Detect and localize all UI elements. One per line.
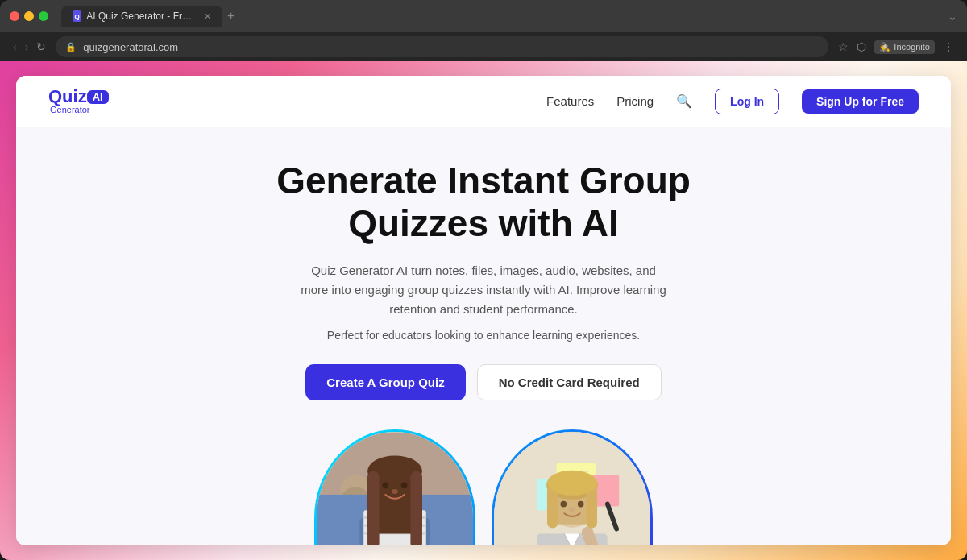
- pricing-link[interactable]: Pricing: [616, 94, 654, 108]
- student-illustration: [317, 432, 473, 545]
- website-frame: Quiz AI Generator Features Pricing 🔍 Log…: [16, 76, 951, 545]
- active-tab[interactable]: Q AI Quiz Generator - Free AI Q... ✕: [61, 6, 222, 27]
- minimize-button[interactable]: [24, 11, 34, 21]
- bookmark-icon[interactable]: ☆: [838, 40, 849, 53]
- extensions-icon[interactable]: ⬡: [857, 40, 866, 53]
- address-bar: ‹ › ↻ 🔒 quizgeneratoral.com ☆ ⬡ 🕵 Incogn…: [0, 32, 967, 61]
- forward-button[interactable]: ›: [25, 40, 29, 53]
- tab-title: AI Quiz Generator - Free AI Q...: [86, 10, 196, 22]
- search-icon[interactable]: 🔍: [676, 93, 692, 109]
- title-bar: Q AI Quiz Generator - Free AI Q... ✕ + ⌄: [0, 0, 967, 32]
- login-button[interactable]: Log In: [715, 89, 779, 114]
- svg-point-35: [547, 471, 597, 496]
- logo-ai-badge: AI: [87, 90, 109, 104]
- hero-title: Generate Instant Group Quizzes with AI: [276, 160, 691, 245]
- tab-bar: Q AI Quiz Generator - Free AI Q... ✕ +: [61, 6, 941, 27]
- logo-generator-text: Generator: [50, 106, 109, 114]
- expand-icon[interactable]: ⌄: [948, 10, 957, 23]
- traffic-lights: [10, 11, 48, 21]
- tab-favicon: Q: [73, 10, 81, 22]
- svg-point-36: [560, 500, 567, 507]
- tab-close-icon[interactable]: ✕: [204, 11, 211, 22]
- hero-images: [32, 429, 935, 545]
- menu-icon[interactable]: ⋮: [943, 40, 954, 53]
- svg-rect-15: [410, 471, 422, 545]
- navigation-buttons: ‹ › ↻: [13, 40, 46, 53]
- create-quiz-button[interactable]: Create A Group Quiz: [305, 364, 465, 400]
- hero-tagline: Perfect for educators looking to enhance…: [327, 329, 640, 342]
- reload-button[interactable]: ↻: [36, 40, 46, 53]
- signup-button[interactable]: Sign Up for Free: [802, 89, 919, 114]
- logo[interactable]: Quiz AI Generator: [48, 88, 109, 114]
- svg-point-38: [569, 507, 575, 512]
- lock-icon: 🔒: [65, 42, 77, 52]
- logo-quiz-text: Quiz: [48, 88, 87, 106]
- svg-rect-14: [367, 471, 380, 545]
- no-credit-card-button[interactable]: No Credit Card Required: [477, 364, 662, 400]
- hero-image-student: [314, 429, 475, 545]
- close-button[interactable]: [10, 11, 19, 21]
- incognito-badge: 🕵 Incognito: [874, 40, 935, 54]
- address-bar-actions: ☆ ⬡ 🕵 Incognito ⋮: [838, 40, 954, 54]
- url-bar[interactable]: 🔒 quizgeneratoral.com: [56, 36, 828, 57]
- svg-point-17: [401, 482, 408, 488]
- page-background: Quiz AI Generator Features Pricing 🔍 Log…: [0, 61, 967, 560]
- new-tab-button[interactable]: +: [227, 9, 234, 23]
- nav-links: Features Pricing 🔍 Log In Sign Up for Fr…: [546, 89, 919, 114]
- hero-buttons: Create A Group Quiz No Credit Card Requi…: [305, 364, 661, 400]
- maximize-button[interactable]: [39, 11, 48, 21]
- svg-point-16: [382, 482, 388, 488]
- url-text: quizgeneratoral.com: [83, 41, 178, 53]
- teacher-illustration: [494, 432, 650, 545]
- hero-section: Generate Instant Group Quizzes with AI Q…: [16, 127, 951, 545]
- site-nav: Quiz AI Generator Features Pricing 🔍 Log…: [16, 76, 951, 127]
- incognito-label: Incognito: [894, 42, 930, 52]
- svg-point-37: [578, 500, 584, 507]
- back-button[interactable]: ‹: [13, 40, 17, 53]
- hero-image-teacher: [492, 429, 653, 545]
- svg-point-18: [392, 489, 398, 494]
- incognito-icon: 🕵: [879, 42, 890, 52]
- hero-subtitle: Quiz Generator AI turn notes, files, ima…: [298, 261, 669, 319]
- browser-window: Q AI Quiz Generator - Free AI Q... ✕ + ⌄…: [0, 0, 967, 560]
- features-link[interactable]: Features: [546, 94, 594, 108]
